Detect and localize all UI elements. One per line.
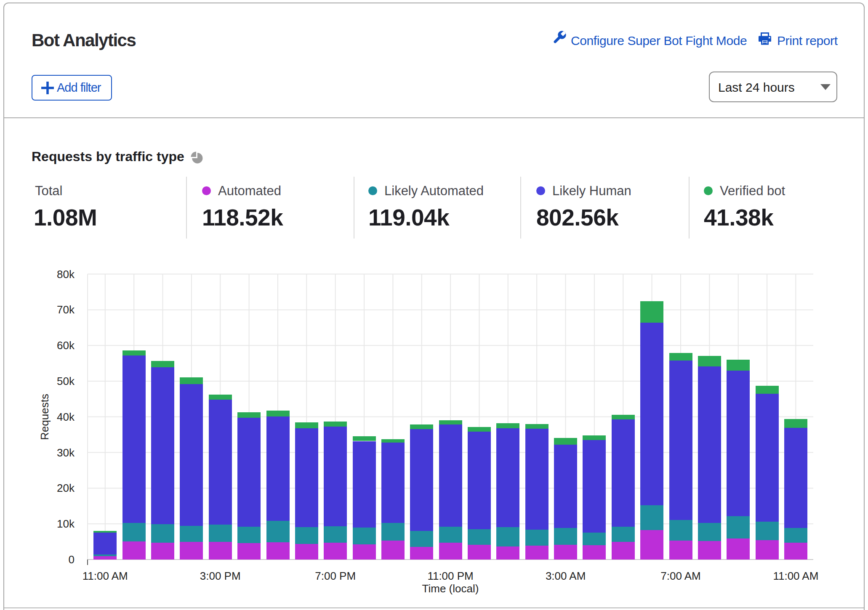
svg-text:0: 0	[69, 553, 75, 566]
svg-text:Requests: Requests	[38, 394, 51, 440]
svg-text:3:00 AM: 3:00 AM	[546, 570, 586, 582]
svg-text:70k: 70k	[57, 303, 75, 316]
svg-text:7:00 PM: 7:00 PM	[315, 570, 356, 582]
svg-text:11:00 PM: 11:00 PM	[427, 570, 473, 582]
svg-text:11:00 AM: 11:00 AM	[773, 570, 818, 582]
svg-text:60k: 60k	[57, 339, 75, 352]
svg-text:40k: 40k	[57, 411, 75, 423]
svg-text:50k: 50k	[57, 375, 75, 387]
svg-text:3:00 PM: 3:00 PM	[200, 570, 241, 582]
svg-text:7:00 AM: 7:00 AM	[660, 570, 700, 582]
svg-text:10k: 10k	[57, 517, 75, 530]
svg-text:Time (local): Time (local)	[422, 582, 479, 595]
svg-text:80k: 80k	[57, 268, 75, 281]
svg-text:20k: 20k	[57, 482, 75, 494]
svg-text:30k: 30k	[57, 446, 75, 459]
svg-text:11:00 AM: 11:00 AM	[83, 570, 128, 582]
